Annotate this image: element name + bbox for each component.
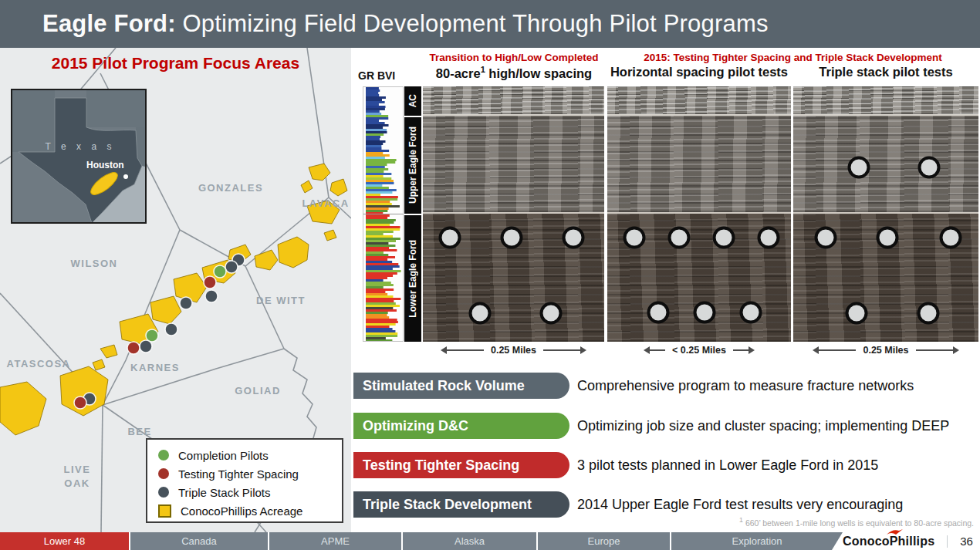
well-marker [815,227,837,249]
map-legend: Completion PilotsTesting Tighter Spacing… [146,438,343,523]
rock-upper-eagle-ford [423,116,604,214]
right-arrow-icon [916,349,958,351]
legend-label: Testing Tighter Spacing [178,467,299,481]
pilot-dot-triple [205,290,218,302]
well-marker [877,227,899,249]
texas-label: T e x a s [12,141,147,152]
col1-header: 80-acre1 high/low spacing [423,65,605,81]
footer-tab-lower-48[interactable]: Lower 48 [0,532,129,550]
county-label: KARNES [130,362,180,373]
col1-red-header: Transition to High/Low Completed [423,52,605,63]
legend-item: Triple Stack Pilots [158,483,342,501]
scale-panel1: 0.25 Miles [423,343,604,357]
well-marker [848,157,870,179]
legend-dot-icon [158,450,169,461]
col23-red-header: 2015: Testing Tighter Spacing and Triple… [607,52,978,63]
legend-square-icon [158,504,171,518]
well-marker [918,157,941,179]
footer-nav: Lower 48CanadaAPMEAlaskaEuropeExploratio… [0,532,980,550]
gr-bvi-log-track [363,86,404,342]
rock-panel-80acre [423,86,604,342]
county-label: ATASCOSA [6,358,70,369]
well-marker [940,227,962,249]
zone-ac: AC [404,86,421,116]
county-label: BEE [127,426,151,437]
banner-description: 3 pilot tests planned in Lower Eagle For… [577,452,878,478]
houston-label: Houston [86,160,124,170]
acreage-polygon [324,230,336,241]
rock-ac-band [607,86,791,116]
rock-ac-band [793,86,978,116]
footnote: 1 660’ between 1-mile long wells is equi… [739,516,974,528]
right-arrow-icon [543,349,585,351]
legend-dot-icon [158,487,169,498]
well-marker [469,302,492,325]
acreage-polygon [255,250,278,270]
acreage-polygon [60,366,108,416]
well-marker [758,227,780,249]
banner-pill: Triple Stack Development [353,491,569,518]
page-divider [947,535,948,548]
left-arrow-icon [442,349,484,351]
legend-dot-icon [158,468,169,479]
county-label: DE WITT [256,295,306,306]
left-arrow-icon [814,349,856,351]
rock-panel-triple-stack [793,86,978,342]
county-label: GONZALES [198,182,263,194]
banner-pill: Stimulated Rock Volume [353,373,569,399]
county-label: LAVACA [302,197,349,209]
slide-title: Eagle Ford: Optimizing Field Development… [0,10,769,38]
acreage-polygon [100,345,117,358]
rock-ac-band [423,86,604,116]
texas-inset-svg [12,90,147,224]
county-label: OAK [64,477,90,489]
pilot-dot-triple [180,297,192,309]
footer-tab-apme[interactable]: APME [269,532,401,550]
left-arrow-icon [645,349,665,351]
acreage-polygon [330,179,347,196]
pilot-dot-tighter [74,396,86,409]
rock-upper-eagle-ford [607,116,791,214]
footer-tab-alaska[interactable]: Alaska [403,532,536,550]
banner-pill: Optimizing D&C [353,413,569,439]
logo-swoosh-icon [886,528,904,537]
rock-upper-eagle-ford [793,116,978,214]
well-marker [439,227,461,249]
footer-tab-canada[interactable]: Canada [130,532,268,550]
right-arrow-icon [733,349,753,351]
slide-title-bold: Eagle Ford: [42,10,176,37]
log-track-label: GR BVI [358,69,406,82]
banner-description: 2014 Upper Eagle Ford test results very … [577,491,903,518]
acreage-polygon [150,296,181,324]
slide-title-rest: Optimizing Field Development Through Pil… [176,10,769,37]
zone-upper-eagle-ford: Upper Eagle Ford [404,117,421,214]
well-marker [623,227,646,249]
scale-panel2: < 0.25 Miles [607,343,791,357]
texas-inset-map: T e x a s Houston [11,89,147,224]
county-boundary [245,266,284,349]
county-label: GOLIAD [235,385,281,396]
footer-tab-exploration[interactable]: Exploration [671,532,843,550]
scale-label: < 0.25 Miles [672,345,726,356]
zone-boundary-line [363,214,403,214]
pilot-dot-tighter [127,342,140,354]
scale-label: 0.25 Miles [863,345,908,356]
conocophillips-logo: ConocoPhillips [843,535,934,548]
slide-header: Eagle Ford: Optimizing Field Development… [0,0,980,48]
footer-tab-europe[interactable]: Europe [538,532,670,550]
well-marker [694,302,716,324]
pilot-dot-completion [214,265,226,278]
county-label: WILSON [71,258,118,269]
acreage-polygon [278,237,309,268]
houston-dot [123,174,128,179]
map-panel: GONZALESLAVACAWILSONDE WITTATASCOSAKARNE… [0,48,351,532]
well-marker [668,227,691,249]
scale-panel3: 0.25 Miles [793,343,978,357]
well-marker [740,302,762,324]
well-marker [713,227,735,249]
well-marker [647,302,670,324]
legend-item: Testing Tighter Spacing [158,464,342,483]
pilot-dot-triple [165,323,177,336]
map-title: 2015 Pilot Program Focus Areas [0,54,351,73]
col2-header: Horizontal spacing pilot tests [607,65,791,79]
